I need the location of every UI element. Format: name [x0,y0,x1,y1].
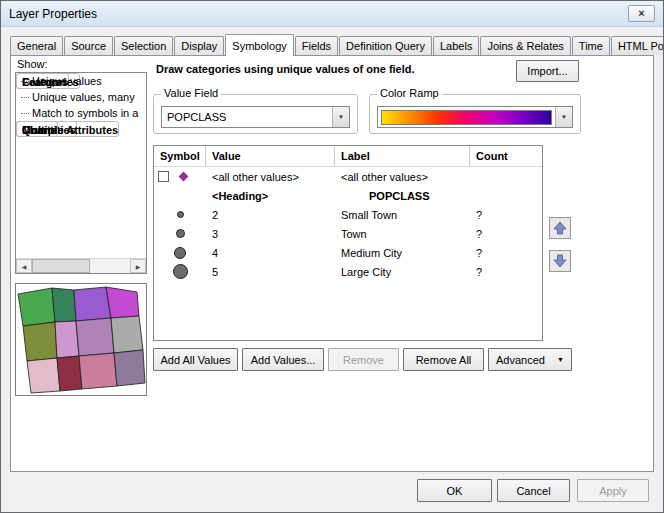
dropdown-arrow-icon: ▼ [557,356,564,363]
value-field-group: Value Field POPCLASS ▼ [153,94,358,134]
diamond-marker-icon[interactable] [179,172,189,182]
color-ramp-combobox[interactable]: ▼ [377,106,573,128]
value-field-combobox[interactable]: POPCLASS ▼ [161,106,350,128]
graduated-circle-icon[interactable] [173,264,188,279]
show-item-unique-values[interactable]: Unique values [16,73,146,89]
graduated-circle-icon[interactable] [174,247,186,259]
scroll-left-icon[interactable]: ◀ [16,259,32,273]
table-header-row: Symbol Value Label Count [154,146,542,167]
table-row-value-2[interactable]: 2 Small Town ? [154,205,542,224]
remove-button: Remove [328,348,399,371]
tab-time[interactable]: Time [572,36,610,55]
show-list-horizontal-scrollbar[interactable]: ◀ ▶ [16,258,146,273]
apply-button: Apply [577,479,649,502]
move-up-button[interactable] [549,217,571,239]
cancel-button[interactable]: Cancel [497,479,570,502]
tab-source[interactable]: Source [64,36,113,55]
arrow-down-icon [553,254,567,268]
column-header-value[interactable]: Value [206,146,335,166]
show-item-multiple-attributes[interactable]: Multiple Attributes [16,121,119,137]
scroll-right-icon[interactable]: ▶ [130,259,146,273]
show-label: Show: [17,58,48,70]
graduated-circle-icon[interactable] [176,229,185,238]
tab-definition-query[interactable]: Definition Query [339,36,432,55]
value-field-label: Value Field [161,87,221,99]
map-preview-thumbnail [15,283,147,396]
scrollbar-track[interactable] [90,259,130,273]
color-ramp-group: Color Ramp ▼ [369,94,581,134]
layer-properties-dialog: Layer Properties × General Source Select… [0,0,664,513]
advanced-button[interactable]: Advanced ▼ [488,348,572,371]
symbology-tab-page: Show: Features Categories Unique values … [10,55,654,472]
column-header-label[interactable]: Label [335,146,470,166]
all-other-values-checkbox[interactable] [158,171,169,182]
chevron-down-icon[interactable]: ▼ [555,107,572,127]
tab-labels[interactable]: Labels [433,36,479,55]
close-button[interactable]: × [628,5,655,22]
table-row-value-3[interactable]: 3 Town ? [154,224,542,243]
tab-symbology[interactable]: Symbology [225,34,293,56]
table-row-heading[interactable]: <Heading> POPCLASS [154,186,542,205]
table-row-all-other-values[interactable]: <all other values> <all other values> [154,167,542,186]
add-values-button[interactable]: Add Values... [242,348,324,371]
add-all-values-button[interactable]: Add All Values [153,348,238,371]
tab-general[interactable]: General [10,36,63,55]
window-title: Layer Properties [9,7,97,21]
import-button[interactable]: Import... [516,60,579,82]
ok-button[interactable]: OK [417,479,492,502]
color-ramp-label: Color Ramp [377,87,442,99]
unique-values-table[interactable]: Symbol Value Label Count <all other valu… [153,145,543,341]
tab-selection[interactable]: Selection [114,36,173,55]
draw-method-header: Draw categories using unique values of o… [156,63,415,75]
scrollbar-thumb[interactable] [32,259,90,273]
advanced-button-label: Advanced [496,354,545,366]
graduated-circle-icon[interactable] [177,211,184,218]
tab-joins-relates[interactable]: Joins & Relates [480,36,570,55]
map-preview-image [16,284,146,395]
remove-all-button[interactable]: Remove All [403,348,484,371]
show-item-unique-values-many[interactable]: Unique values, many [16,89,146,105]
value-field-selected-value: POPCLASS [162,111,332,123]
table-row-value-4[interactable]: 4 Medium City ? [154,243,542,262]
title-bar[interactable]: Layer Properties × [1,1,663,27]
show-item-match-to-symbols[interactable]: Match to symbols in a [16,105,146,121]
close-icon: × [638,8,644,19]
show-list: Features Categories Unique values Unique… [15,72,147,274]
tab-html-popup[interactable]: HTML Popup [611,36,664,55]
table-row-value-5[interactable]: 5 Large City ? [154,262,542,281]
color-ramp-preview [381,110,552,125]
column-header-symbol[interactable]: Symbol [154,146,206,166]
tab-strip: General Source Selection Display Symbolo… [10,34,664,56]
tab-fields[interactable]: Fields [295,36,338,55]
move-down-button[interactable] [549,250,571,272]
chevron-down-icon[interactable]: ▼ [332,107,349,127]
column-header-count[interactable]: Count [470,146,542,166]
arrow-up-icon [553,221,567,235]
tab-display[interactable]: Display [174,36,224,55]
